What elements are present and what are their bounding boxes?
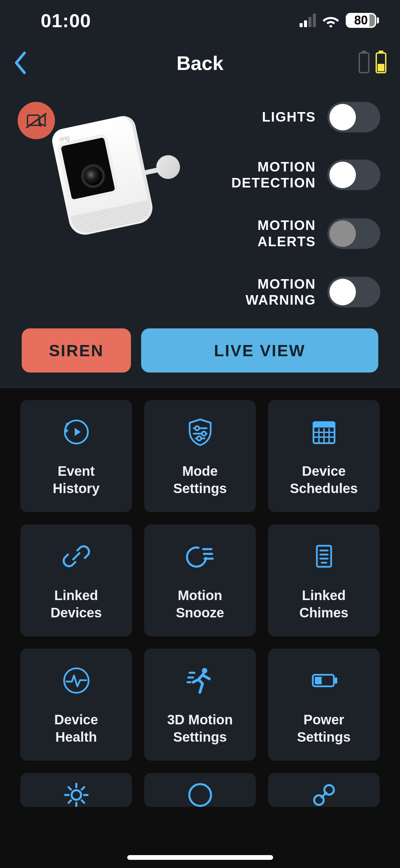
tile-peek-1[interactable] — [20, 773, 132, 807]
toggle-label: MOTION DETECTION — [231, 159, 316, 191]
tile-motion-snooze[interactable]: Motion Snooze — [144, 524, 256, 636]
tile-label: Event History — [53, 463, 100, 497]
tile-label: 3D Motion Settings — [167, 711, 233, 746]
tile-power-settings[interactable]: Power Settings — [268, 649, 380, 761]
snooze-icon — [183, 539, 217, 573]
tile-event-history[interactable]: Event History — [20, 400, 132, 512]
toggle-lights: LIGHTS — [200, 102, 380, 132]
shield-sliders-icon — [183, 415, 217, 449]
lights-switch[interactable] — [327, 102, 380, 132]
heartrate-icon — [59, 664, 93, 698]
tile-linked-devices[interactable]: Linked Devices — [20, 524, 132, 636]
tile-label: Motion Snooze — [176, 587, 224, 621]
action-buttons: SIREN LIVE VIEW — [0, 328, 400, 377]
link-icon — [59, 539, 93, 573]
toggle-motion-alerts: MOTION ALERTS — [200, 217, 380, 249]
run-icon — [183, 664, 217, 698]
wifi-icon — [323, 14, 339, 27]
settings-section[interactable]: Event HistoryMode SettingsDevice Schedul… — [0, 388, 400, 868]
nav-bar: Back — [0, 41, 400, 85]
tile-label: Device Schedules — [290, 463, 358, 497]
battery-slot-2-icon — [376, 52, 386, 73]
device-battery-icons — [359, 52, 386, 73]
tile-peek-3[interactable] — [268, 773, 380, 807]
toggle-motion-detection: MOTION DETECTION — [200, 159, 380, 191]
motion-detection-switch[interactable] — [327, 160, 380, 190]
tile-label: Mode Settings — [173, 463, 227, 497]
tile-label: Device Health — [54, 711, 98, 746]
tile-label: Power Settings — [297, 711, 351, 746]
battery-icon — [307, 664, 341, 698]
back-button[interactable] — [14, 51, 27, 75]
status-time: 01:00 — [41, 10, 91, 32]
home-indicator[interactable] — [127, 855, 273, 860]
tile-label: Linked Chimes — [299, 587, 348, 621]
circleq-icon — [183, 780, 217, 807]
toggle-label: MOTION WARNING — [246, 276, 316, 308]
note-icon — [307, 539, 341, 573]
status-bar: 01:00 80 — [0, 0, 400, 41]
tile-mode-settings[interactable]: Mode Settings — [144, 400, 256, 512]
tile-3d-motion[interactable]: 3D Motion Settings — [144, 649, 256, 761]
cellular-signal-icon — [300, 14, 316, 27]
toggle-label: MOTION ALERTS — [258, 217, 316, 249]
tile-linked-chimes[interactable]: Linked Chimes — [268, 524, 380, 636]
toggle-list: LIGHTS MOTION DETECTION MOTION ALERTS MO… — [200, 98, 383, 308]
device-preview[interactable]: ring — [20, 98, 193, 245]
motion-warning-switch[interactable] — [327, 277, 380, 307]
status-indicators: 80 — [300, 13, 376, 28]
tile-peek-2[interactable] — [144, 773, 256, 807]
calendar-icon — [307, 415, 341, 449]
device-image: ring — [50, 109, 181, 248]
toggle-motion-warning: MOTION WARNING — [200, 276, 380, 308]
live-view-button[interactable]: LIVE VIEW — [141, 328, 378, 373]
battery-slot-1-icon — [359, 52, 369, 73]
motion-alerts-switch[interactable] — [327, 218, 380, 249]
video-disabled-badge-icon — [18, 102, 55, 139]
tile-label: Linked Devices — [51, 587, 102, 621]
link2-icon — [307, 780, 341, 807]
toggle-label: LIGHTS — [262, 109, 316, 125]
battery-percent: 80 — [354, 13, 368, 28]
siren-button[interactable]: SIREN — [22, 328, 131, 373]
tile-device-schedules[interactable]: Device Schedules — [268, 400, 380, 512]
tile-device-health[interactable]: Device Health — [20, 649, 132, 761]
battery-status-icon: 80 — [346, 13, 376, 28]
history-icon — [59, 415, 93, 449]
page-title: Back — [176, 52, 224, 74]
device-panel: Back ring — [0, 41, 400, 388]
gear-icon — [59, 780, 93, 807]
